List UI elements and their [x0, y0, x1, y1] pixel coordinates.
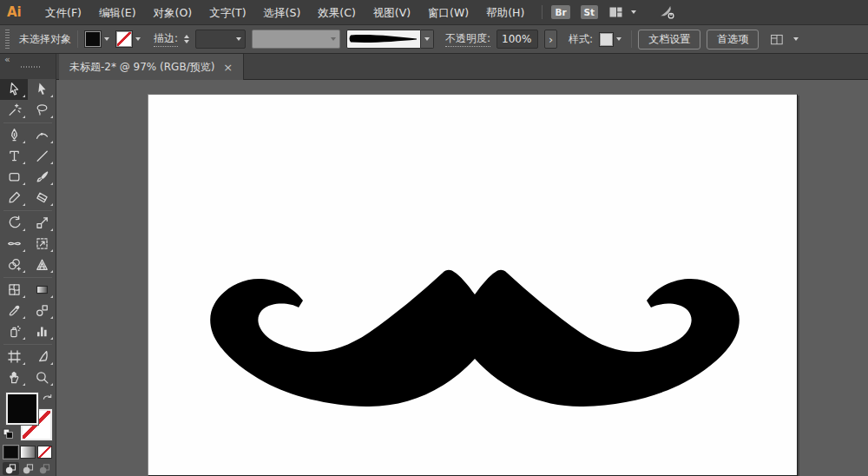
workspace-switcher-icon[interactable] — [608, 5, 623, 19]
tool-eyedropper[interactable] — [0, 301, 28, 321]
zoom-icon — [35, 370, 49, 385]
tool-type[interactable] — [0, 146, 28, 167]
collapse-panel-button[interactable]: « — [4, 54, 10, 65]
app-logo: Ai — [7, 4, 36, 20]
document-setup-button[interactable]: 文档设置 — [638, 30, 700, 50]
fill-color-dropdown[interactable] — [84, 30, 109, 48]
document-tab-bar: 未标题-2* @ 97% (RGB/预览) × — [56, 54, 868, 80]
control-bar-grip[interactable] — [5, 30, 10, 49]
stroke-swatch[interactable] — [115, 30, 133, 48]
stroke-weight-stepper[interactable] — [184, 35, 189, 43]
preferences-button[interactable]: 首选项 — [707, 30, 759, 50]
shaper-icon — [7, 190, 22, 205]
tool-artboard[interactable] — [0, 347, 28, 367]
canvas-pasteboard[interactable] — [56, 80, 868, 476]
width-profile-chevron-down-icon — [331, 37, 336, 41]
menu-item-2[interactable]: 对象(O) — [145, 0, 201, 25]
selection-status: 未选择对象 — [19, 32, 71, 47]
stroke-chevron-down-icon[interactable] — [135, 37, 141, 41]
style-swatch[interactable] — [599, 32, 614, 47]
menu-item-6[interactable]: 视图(V) — [365, 0, 419, 25]
tools-panel-grip[interactable] — [21, 66, 40, 68]
stroke-color-dropdown[interactable] — [115, 30, 141, 48]
menu-item-4[interactable]: 选择(S) — [255, 0, 310, 25]
document-tab[interactable]: 未标题-2* @ 97% (RGB/预览) × — [59, 54, 244, 80]
tool-direct-selection[interactable] — [28, 79, 56, 100]
tool-shape-builder[interactable] — [0, 255, 28, 275]
bridge-button[interactable]: Br — [551, 5, 569, 19]
default-fill-stroke-icon[interactable] — [3, 428, 14, 442]
gpu-performance-icon[interactable] — [659, 4, 675, 20]
fill-swatch[interactable] — [84, 30, 102, 48]
tool-magic-wand[interactable] — [0, 100, 28, 121]
tool-shaper[interactable] — [0, 188, 28, 208]
mustache-left-half[interactable] — [210, 270, 475, 407]
tool-pen[interactable] — [0, 125, 28, 146]
draw-inside-button[interactable] — [36, 462, 53, 475]
line-segment-icon — [35, 149, 49, 163]
fill-color-indicator[interactable] — [6, 393, 38, 425]
menu-item-0[interactable]: 文件(F) — [36, 0, 90, 25]
tool-group-separator — [3, 210, 52, 211]
arrange-documents-icon[interactable] — [770, 33, 784, 46]
style-chevron-down-icon[interactable] — [616, 37, 621, 41]
tool-width[interactable] — [0, 234, 28, 255]
tool-slice[interactable] — [28, 347, 56, 367]
tool-blend[interactable] — [28, 301, 56, 321]
tool-group-separator — [3, 277, 52, 278]
tool-eraser[interactable] — [28, 188, 56, 208]
brush-chevron-button[interactable] — [421, 30, 434, 49]
menu-item-7[interactable]: 窗口(W) — [419, 0, 477, 25]
opacity-input[interactable] — [496, 30, 538, 49]
tool-selection[interactable] — [0, 79, 28, 100]
artboard[interactable] — [148, 94, 798, 476]
swap-fill-stroke-icon[interactable] — [42, 392, 53, 405]
tool-lasso[interactable] — [28, 100, 56, 121]
tool-scale[interactable] — [28, 213, 56, 234]
menu-item-3[interactable]: 文字(T) — [201, 0, 254, 25]
tool-rectangle[interactable] — [0, 167, 28, 188]
tool-paintbrush[interactable] — [28, 167, 56, 188]
menu-item-1[interactable]: 编辑(E) — [90, 0, 145, 25]
tool-mesh[interactable] — [0, 280, 28, 301]
tool-free-transform[interactable] — [28, 234, 56, 255]
divider — [631, 30, 632, 48]
menu-item-8[interactable]: 帮助(H) — [477, 0, 533, 25]
tool-hand[interactable] — [0, 367, 28, 388]
tapered-stroke-icon — [347, 31, 420, 47]
tool-zoom[interactable] — [28, 367, 56, 388]
tool-curvature[interactable] — [28, 125, 56, 146]
brush-preview[interactable] — [346, 30, 421, 49]
close-tab-icon[interactable]: × — [223, 61, 233, 74]
tool-line-segment[interactable] — [28, 146, 56, 167]
tool-symbol-sprayer[interactable] — [0, 321, 28, 342]
stroke-weight-dropdown[interactable] — [195, 30, 246, 49]
stroke-weight-label[interactable]: 描边: — [154, 31, 178, 47]
arrange-documents-chevron-down-icon[interactable] — [793, 37, 799, 41]
tool-perspective-grid[interactable] — [28, 255, 56, 275]
eyedropper-icon — [7, 303, 22, 318]
opacity-label[interactable]: 不透明度: — [445, 31, 490, 47]
color-button[interactable] — [3, 446, 18, 459]
tool-column-graph[interactable] — [28, 321, 56, 342]
mustache-right-half[interactable] — [475, 270, 740, 407]
draw-behind-icon — [22, 463, 35, 475]
gradient-button[interactable] — [20, 446, 35, 459]
brush-definition-dropdown[interactable] — [346, 30, 434, 49]
tool-gradient[interactable] — [28, 280, 56, 301]
stroke-weight-chevron-down-icon[interactable] — [236, 37, 241, 41]
rectangle-icon — [7, 169, 22, 184]
mustache-artwork[interactable] — [197, 266, 753, 413]
draw-mode-buttons — [0, 460, 56, 476]
workspace-chevron-down-icon[interactable] — [631, 10, 636, 14]
rotate-icon — [7, 215, 22, 230]
tool-rotate[interactable] — [0, 213, 28, 234]
draw-behind-button[interactable] — [20, 462, 36, 475]
stock-button[interactable]: St — [581, 5, 599, 19]
fill-chevron-down-icon[interactable] — [104, 37, 109, 41]
draw-normal-button[interactable] — [3, 462, 19, 475]
style-dropdown[interactable] — [599, 32, 621, 47]
menu-item-5[interactable]: 效果(C) — [309, 0, 364, 25]
opacity-more-button[interactable]: › — [544, 30, 557, 49]
none-button[interactable] — [37, 446, 52, 459]
